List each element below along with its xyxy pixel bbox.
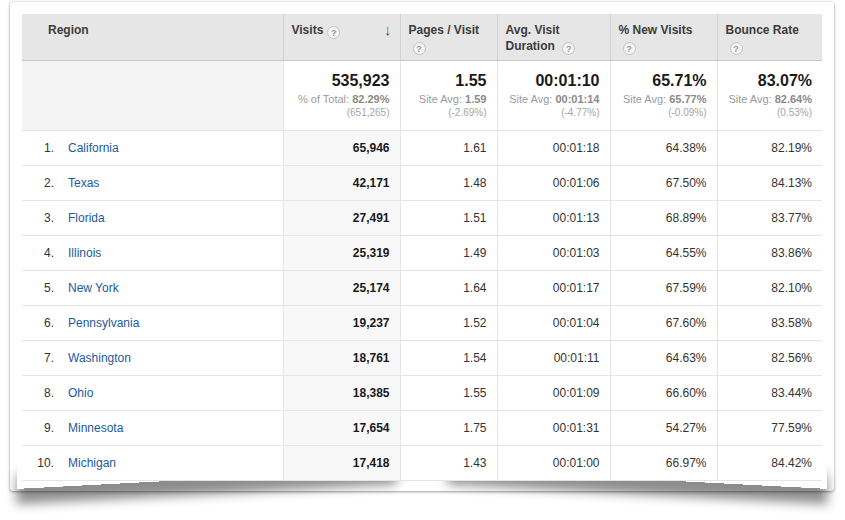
pct-new-visits-cell: 67.50%: [610, 165, 717, 200]
pages-per-visit-cell: 1.55: [400, 375, 497, 410]
pct-new-visits-cell: 64.55%: [610, 235, 717, 270]
bounce-rate-cell: 83.77%: [717, 200, 822, 235]
summary-new-visits-avg: Site Avg: 65.77%: [619, 92, 707, 106]
avg-visit-duration-cell: 00:01:03: [497, 235, 610, 270]
summary-bounce-cell: 83.07% Site Avg: 82.64% (0.53%): [717, 60, 822, 130]
column-header-visits[interactable]: Visits? ↓: [283, 14, 400, 60]
pages-per-visit-cell: 1.52: [400, 305, 497, 340]
help-icon[interactable]: ?: [327, 26, 340, 39]
rank-label: 1.: [30, 141, 54, 155]
pct-new-visits-cell: 66.97%: [610, 445, 717, 480]
column-label-pct-new-visits: % New Visits ?: [619, 23, 693, 53]
pages-per-visit-cell: 1.61: [400, 130, 497, 165]
region-link[interactable]: Ohio: [68, 386, 93, 400]
pages-per-visit-cell: 1.75: [400, 410, 497, 445]
summary-row: 535,923 % of Total: 82.29% (651,265) 1.5…: [22, 60, 822, 130]
table-row: 7.Washington 18,761 1.54 00:01:11 64.63%…: [22, 340, 822, 375]
table-row: 5.New York 25,174 1.64 00:01:17 67.59% 8…: [22, 270, 822, 305]
table-header-row: Region Visits? ↓ Pages / Visit ? Avg. Vi…: [22, 14, 822, 60]
rank-label: 6.: [30, 316, 54, 330]
region-link[interactable]: Washington: [68, 351, 131, 365]
sort-descending-icon[interactable]: ↓: [384, 22, 392, 38]
pct-new-visits-cell: 67.60%: [610, 305, 717, 340]
region-link[interactable]: New York: [68, 281, 119, 295]
column-header-bounce-rate[interactable]: Bounce Rate ?: [717, 14, 822, 60]
rank-label: 2.: [30, 176, 54, 190]
summary-pages-avg: Site Avg: 1.59: [409, 92, 487, 106]
rank-label: 3.: [30, 211, 54, 225]
avg-visit-duration-cell: 00:01:11: [497, 340, 610, 375]
column-label-visits: Visits?: [292, 22, 341, 39]
visits-cell: 17,654: [283, 410, 400, 445]
avg-visit-duration-cell: 00:01:18: [497, 130, 610, 165]
table-row: 3.Florida 27,491 1.51 00:01:13 68.89% 83…: [22, 200, 822, 235]
column-header-pct-new-visits[interactable]: % New Visits ?: [610, 14, 717, 60]
table-row: 2.Texas 42,171 1.48 00:01:06 67.50% 84.1…: [22, 165, 822, 200]
region-cell: 10.Michigan: [22, 445, 283, 480]
pages-per-visit-cell: 1.54: [400, 340, 497, 375]
pct-new-visits-cell: 54.27%: [610, 410, 717, 445]
avg-visit-duration-cell: 00:01:00: [497, 445, 610, 480]
regions-table: Region Visits? ↓ Pages / Visit ? Avg. Vi…: [22, 14, 822, 481]
region-cell: 3.Florida: [22, 200, 283, 235]
rank-label: 9.: [30, 421, 54, 435]
bounce-rate-cell: 82.56%: [717, 340, 822, 375]
bounce-rate-cell: 82.19%: [717, 130, 822, 165]
region-link[interactable]: Florida: [68, 211, 105, 225]
table-row: 4.Illinois 25,319 1.49 00:01:03 64.55% 8…: [22, 235, 822, 270]
bounce-rate-cell: 77.59%: [717, 410, 822, 445]
region-cell: 9.Minnesota: [22, 410, 283, 445]
pages-per-visit-cell: 1.43: [400, 445, 497, 480]
visits-cell: 18,761: [283, 340, 400, 375]
column-label-region: Region: [48, 23, 89, 37]
summary-visits-delta: (651,265): [292, 106, 390, 119]
help-icon[interactable]: ?: [730, 42, 743, 55]
region-link[interactable]: Texas: [68, 176, 99, 190]
avg-visit-duration-cell: 00:01:17: [497, 270, 610, 305]
summary-pages-delta: (-2.69%): [409, 106, 487, 119]
column-header-avg-visit-duration[interactable]: Avg. Visit Duration ?: [497, 14, 610, 60]
visits-cell: 42,171: [283, 165, 400, 200]
region-link[interactable]: California: [68, 141, 119, 155]
region-link[interactable]: Michigan: [68, 456, 116, 470]
summary-duration-avg: Site Avg: 00:01:14: [506, 92, 600, 106]
pct-new-visits-cell: 64.38%: [610, 130, 717, 165]
visits-cell: 25,319: [283, 235, 400, 270]
visits-cell: 19,237: [283, 305, 400, 340]
summary-visits-avg: % of Total: 82.29%: [292, 92, 390, 106]
summary-duration-delta: (-4.77%): [506, 106, 600, 119]
avg-visit-duration-cell: 00:01:06: [497, 165, 610, 200]
region-cell: 7.Washington: [22, 340, 283, 375]
table-row: 10.Michigan 17,418 1.43 00:01:00 66.97% …: [22, 445, 822, 480]
region-cell: 2.Texas: [22, 165, 283, 200]
pct-new-visits-cell: 67.59%: [610, 270, 717, 305]
column-header-pages-per-visit[interactable]: Pages / Visit ?: [400, 14, 497, 60]
pct-new-visits-cell: 68.89%: [610, 200, 717, 235]
summary-new-visits-delta: (-0.09%): [619, 106, 707, 119]
avg-visit-duration-cell: 00:01:09: [497, 375, 610, 410]
column-label-avg-visit-duration: Avg. Visit Duration ?: [506, 23, 576, 53]
pages-per-visit-cell: 1.64: [400, 270, 497, 305]
region-link[interactable]: Pennsylvania: [68, 316, 139, 330]
summary-bounce-value: 83.07%: [726, 70, 813, 92]
column-label-pages-per-visit: Pages / Visit ?: [409, 23, 479, 53]
region-link[interactable]: Illinois: [68, 246, 101, 260]
visits-cell: 27,491: [283, 200, 400, 235]
region-cell: 1.California: [22, 130, 283, 165]
region-link[interactable]: Minnesota: [68, 421, 123, 435]
summary-region-cell: [22, 60, 283, 130]
help-icon[interactable]: ?: [562, 42, 575, 55]
table-row: 9.Minnesota 17,654 1.75 00:01:31 54.27% …: [22, 410, 822, 445]
pct-new-visits-cell: 64.63%: [610, 340, 717, 375]
column-header-region[interactable]: Region: [22, 14, 283, 60]
rank-label: 8.: [30, 386, 54, 400]
avg-visit-duration-cell: 00:01:13: [497, 200, 610, 235]
rank-label: 7.: [30, 351, 54, 365]
help-icon[interactable]: ?: [413, 42, 426, 55]
avg-visit-duration-cell: 00:01:31: [497, 410, 610, 445]
bounce-rate-cell: 84.42%: [717, 445, 822, 480]
summary-pages-value: 1.55: [409, 70, 487, 92]
rank-label: 4.: [30, 246, 54, 260]
region-cell: 4.Illinois: [22, 235, 283, 270]
help-icon[interactable]: ?: [623, 42, 636, 55]
